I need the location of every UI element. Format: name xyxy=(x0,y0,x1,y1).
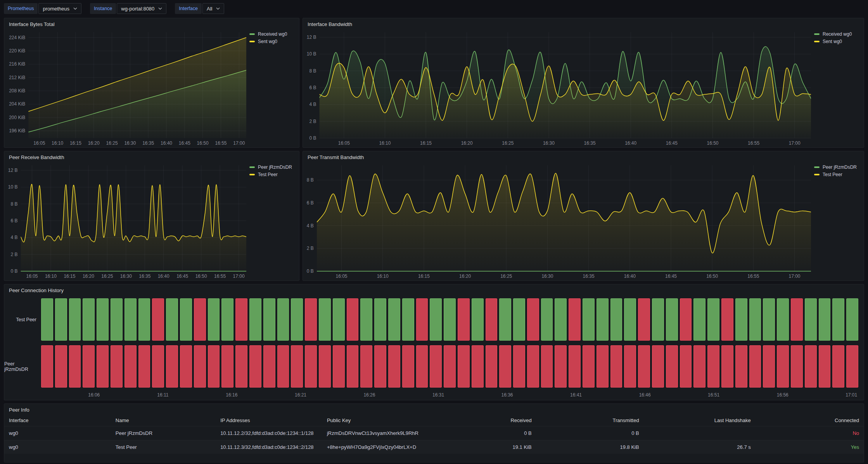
status-bar-connected[interactable] xyxy=(208,298,220,341)
column-header-ip-addresses[interactable]: IP Addresses xyxy=(216,414,322,426)
status-bar-disconnected[interactable] xyxy=(541,345,553,388)
status-bar-connected[interactable] xyxy=(583,298,595,341)
status-bar-disconnected[interactable] xyxy=(416,298,428,341)
status-bar-connected[interactable] xyxy=(735,298,747,341)
status-bar-connected[interactable] xyxy=(693,298,705,341)
status-bar-disconnected[interactable] xyxy=(805,345,817,388)
status-bar-disconnected[interactable] xyxy=(583,345,595,388)
status-bar-disconnected[interactable] xyxy=(69,345,81,388)
status-bar-disconnected[interactable] xyxy=(819,345,831,388)
status-bar-connected[interactable] xyxy=(221,298,233,341)
status-bar-disconnected[interactable] xyxy=(680,345,692,388)
status-bar-disconnected[interactable] xyxy=(499,345,511,388)
status-bar-disconnected[interactable] xyxy=(430,345,442,388)
status-bar-disconnected[interactable] xyxy=(555,345,567,388)
status-bar-disconnected[interactable] xyxy=(166,345,178,388)
status-bar-disconnected[interactable] xyxy=(638,298,650,341)
legend-item-test-peer[interactable]: Test Peer xyxy=(814,172,860,177)
interface-bandwidth-chart[interactable]: 0 B2 B4 B6 B8 B10 B12 B16:0516:1016:1516… xyxy=(303,28,814,147)
status-bar-disconnected[interactable] xyxy=(458,345,470,388)
legend-item-received-wg0[interactable]: Received wg0 xyxy=(814,31,860,37)
status-bar-disconnected[interactable] xyxy=(333,345,345,388)
status-bar-disconnected[interactable] xyxy=(597,345,609,388)
status-history-chart[interactable]: Test Peer Peer jRzmDsDR 16:0616:1116:161… xyxy=(4,294,864,400)
status-bar-disconnected[interactable] xyxy=(652,345,664,388)
status-bar-connected[interactable] xyxy=(610,298,622,341)
status-bar-disconnected[interactable] xyxy=(388,345,400,388)
status-bar-connected[interactable] xyxy=(499,298,511,341)
status-bar-connected[interactable] xyxy=(83,298,95,341)
status-bar-disconnected[interactable] xyxy=(124,345,137,388)
status-bar-connected[interactable] xyxy=(111,298,123,341)
peer-transmit-bandwidth-chart[interactable]: 0 B2 B4 B6 B8 B16:0516:1016:1516:2016:25… xyxy=(303,161,814,280)
status-bar-disconnected[interactable] xyxy=(263,345,275,388)
status-bar-disconnected[interactable] xyxy=(832,345,844,388)
legend-item-peer-jrzmdsdr[interactable]: Peer jRzmDsDR xyxy=(249,164,295,170)
status-bar-connected[interactable] xyxy=(124,298,137,341)
variable-label-interface[interactable]: Interface xyxy=(175,3,202,14)
legend-item-test-peer[interactable]: Test Peer xyxy=(249,172,295,177)
status-bar-disconnected[interactable] xyxy=(194,298,206,341)
legend-item-received-wg0[interactable]: Received wg0 xyxy=(249,31,295,37)
status-bar-disconnected[interactable] xyxy=(569,345,581,388)
status-bar-disconnected[interactable] xyxy=(486,298,498,341)
status-bar-disconnected[interactable] xyxy=(152,298,164,341)
status-bar-disconnected[interactable] xyxy=(513,345,525,388)
status-bar-disconnected[interactable] xyxy=(305,345,317,388)
panel-title[interactable]: Peer Receive Bandwidth xyxy=(4,151,299,161)
status-bar-disconnected[interactable] xyxy=(486,345,498,388)
status-bar-disconnected[interactable] xyxy=(416,345,428,388)
status-bar-disconnected[interactable] xyxy=(527,298,539,341)
status-bar-disconnected[interactable] xyxy=(374,345,386,388)
status-bar-connected[interactable] xyxy=(430,298,442,341)
status-bar-disconnected[interactable] xyxy=(347,298,359,341)
column-header-public-key[interactable]: Public Key xyxy=(322,414,431,426)
status-bar-connected[interactable] xyxy=(55,298,67,341)
status-bar-connected[interactable] xyxy=(41,298,53,341)
status-bar-disconnected[interactable] xyxy=(777,345,789,388)
status-bar-connected[interactable] xyxy=(360,298,372,341)
status-bar-connected[interactable] xyxy=(319,298,331,341)
status-bar-connected[interactable] xyxy=(291,298,303,341)
status-bar-disconnected[interactable] xyxy=(208,345,220,388)
status-bar-disconnected[interactable] xyxy=(347,345,359,388)
status-bar-disconnected[interactable] xyxy=(707,345,719,388)
legend-item-peer-jrzmdsdr[interactable]: Peer jRzmDsDR xyxy=(814,164,860,170)
status-bar-connected[interactable] xyxy=(666,298,678,341)
status-bar-connected[interactable] xyxy=(805,298,817,341)
status-bar-disconnected[interactable] xyxy=(291,345,303,388)
status-bar-disconnected[interactable] xyxy=(277,345,289,388)
status-bar-disconnected[interactable] xyxy=(249,345,261,388)
column-header-interface[interactable]: Interface xyxy=(4,414,111,426)
panel-title[interactable]: Peer Transmit Bandwidth xyxy=(303,151,864,161)
status-bar-connected[interactable] xyxy=(333,298,345,341)
status-bar-connected[interactable] xyxy=(69,298,81,341)
status-bar-disconnected[interactable] xyxy=(624,345,636,388)
panel-title[interactable]: Interface Bytes Total xyxy=(4,18,299,28)
column-header-last-handshake[interactable]: Last Handshake xyxy=(644,414,756,426)
status-bar-connected[interactable] xyxy=(388,298,400,341)
status-bar-disconnected[interactable] xyxy=(152,345,164,388)
variable-label-datasource[interactable]: Prometheus xyxy=(4,3,38,14)
status-bar-connected[interactable] xyxy=(707,298,719,341)
status-bar-disconnected[interactable] xyxy=(402,345,414,388)
variable-select-datasource[interactable]: prometheus xyxy=(38,3,81,14)
variable-select-instance[interactable]: wg-portal:8080 xyxy=(117,3,166,14)
status-bar-disconnected[interactable] xyxy=(569,298,581,341)
status-bar-connected[interactable] xyxy=(513,298,525,341)
status-bar-connected[interactable] xyxy=(402,298,414,341)
status-bar-disconnected[interactable] xyxy=(791,345,803,388)
peer-receive-bandwidth-chart[interactable]: 0 B2 B4 B6 B8 B10 B12 B16:0516:1016:1516… xyxy=(4,161,249,280)
status-bar-connected[interactable] xyxy=(472,298,484,341)
legend-item-sent-wg0[interactable]: Sent wg0 xyxy=(249,39,295,44)
status-bar-disconnected[interactable] xyxy=(638,345,650,388)
status-bar-disconnected[interactable] xyxy=(458,298,470,341)
status-bar-connected[interactable] xyxy=(624,298,636,341)
status-bar-connected[interactable] xyxy=(180,298,192,341)
status-bar-disconnected[interactable] xyxy=(749,345,761,388)
status-bar-disconnected[interactable] xyxy=(610,345,622,388)
status-bar-disconnected[interactable] xyxy=(235,298,247,341)
variable-label-instance[interactable]: Instance xyxy=(90,3,116,14)
status-bar-disconnected[interactable] xyxy=(680,298,692,341)
status-bar-disconnected[interactable] xyxy=(55,345,67,388)
